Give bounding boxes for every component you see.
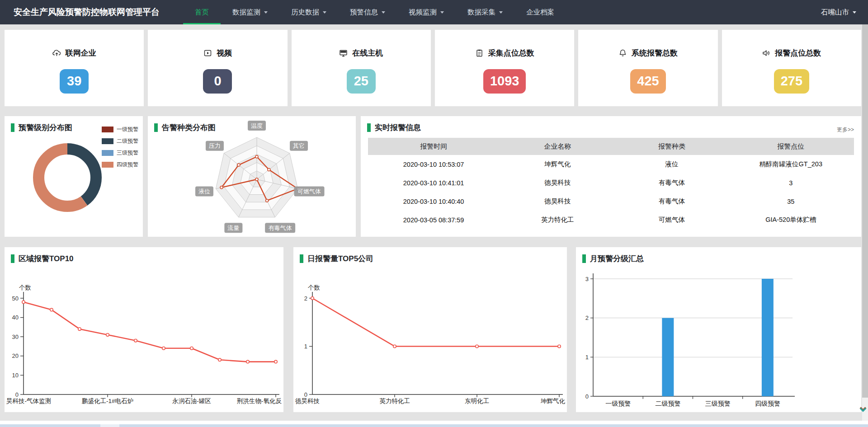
table-header-row: 报警时间企业名称报警种类报警点位 xyxy=(368,138,854,155)
stat-card-videos: 视频 0 xyxy=(148,30,287,106)
stat-value-badge: 425 xyxy=(630,69,665,94)
stat-label: 报警点位总数 xyxy=(775,48,821,58)
svg-text:0: 0 xyxy=(15,391,19,398)
region-selector[interactable]: 石嘴山市 xyxy=(821,8,856,17)
app-title: 安全生产风险预警防控物联网管理平台 xyxy=(14,6,160,18)
chevron-down-icon xyxy=(323,11,326,14)
legend-swatch xyxy=(102,150,113,156)
chevron-down-icon xyxy=(440,11,444,14)
panel-title-label: 区域报警TOP10 xyxy=(19,253,74,264)
svg-text:30: 30 xyxy=(12,333,19,340)
svg-text:2: 2 xyxy=(304,295,307,302)
radar-axis-label: 其它 xyxy=(290,141,308,151)
daily-alarm-top5-chart: 012个数德昊科技英力特化工东明化工坤辉气化 xyxy=(293,247,567,412)
legend-item[interactable]: 一级预警 xyxy=(102,126,138,133)
svg-text:德昊科技: 德昊科技 xyxy=(295,398,320,404)
svg-text:压力: 压力 xyxy=(209,142,221,149)
svg-text:四级预警: 四级预警 xyxy=(755,400,780,407)
stat-value-badge: 1093 xyxy=(483,69,526,94)
nav-item-label: 企业档案 xyxy=(526,8,554,17)
monthly-warning-panel: 月预警分级汇总 0123一级预警二级预警三级预警四级预警 xyxy=(576,247,861,412)
table-cell: 可燃气体 xyxy=(616,216,727,224)
stat-value-badge: 25 xyxy=(347,69,376,94)
stat-label: 联网企业 xyxy=(66,48,96,58)
table-cell: 有毒气体 xyxy=(616,197,727,206)
table-cell: 35 xyxy=(728,198,854,205)
nav-item-label: 预警信息 xyxy=(350,8,378,17)
panel-title: 日报警量TOP5公司 xyxy=(300,253,373,264)
radar-axis-label: 可燃气体 xyxy=(294,186,325,196)
legend-label: 四级预警 xyxy=(117,161,138,169)
chevron-down-icon xyxy=(499,11,503,14)
svg-text:可燃气体: 可燃气体 xyxy=(297,188,321,195)
svg-text:其它: 其它 xyxy=(293,142,305,149)
panel-title: 实时报警信息 xyxy=(367,122,421,133)
nav-item-label: 历史数据 xyxy=(291,8,319,17)
svg-text:坤辉气化: 坤辉气化 xyxy=(540,398,566,404)
table-row: 2020-03-10 10:40:40德昊科技有毒气体35 xyxy=(368,192,854,211)
nav-item-label: 首页 xyxy=(195,8,209,17)
svg-text:鹏盛化工-1#电石炉: 鹏盛化工-1#电石炉 xyxy=(82,398,133,404)
legend-item[interactable]: 三级预警 xyxy=(102,149,138,157)
svg-text:0: 0 xyxy=(585,393,589,400)
nav-item-data-collect[interactable]: 数据采集 xyxy=(456,0,514,24)
panel-title-label: 月预警分级汇总 xyxy=(590,253,644,264)
legend-swatch xyxy=(102,138,113,144)
speaker-icon xyxy=(762,49,770,57)
table-body: 2020-03-10 10:53:07坤辉气化液位精醇南罐液位GT_203202… xyxy=(368,155,854,229)
legend-item[interactable]: 二级预警 xyxy=(102,137,138,145)
table-cell: 英力特化工 xyxy=(499,216,616,224)
monitor-icon xyxy=(339,49,348,57)
nav-item-enterprise-archive[interactable]: 企业档案 xyxy=(514,0,566,24)
title-accent-bar xyxy=(154,123,158,132)
stat-label: 在线主机 xyxy=(352,48,383,58)
nav-item-data-monitor[interactable]: 数据监测 xyxy=(221,0,279,24)
table-cell: 2020-03-10 10:53:07 xyxy=(368,161,499,168)
legend-label: 二级预警 xyxy=(117,137,138,145)
legend-label: 一级预警 xyxy=(117,126,138,133)
svg-text:有毒气体: 有毒气体 xyxy=(269,225,292,231)
svg-text:10: 10 xyxy=(12,372,19,379)
main-menu: 首页 数据监测 历史数据 预警信息 视频监测 数据采集 xyxy=(183,0,566,24)
svg-text:永润石油-罐区: 永润石油-罐区 xyxy=(172,398,211,404)
stat-value-badge: 275 xyxy=(774,69,809,94)
nav-item-video-monitor[interactable]: 视频监测 xyxy=(397,0,456,24)
scrollbar-thumb[interactable] xyxy=(862,24,868,398)
dashboard-page: 安全生产风险预警防控物联网管理平台 首页 数据监测 历史数据 预警信息 视频监测 xyxy=(0,0,868,427)
nav-item-history-data[interactable]: 历史数据 xyxy=(279,0,338,24)
monthly-warning-bar-chart: 0123一级预警二级预警三级预警四级预警 xyxy=(576,247,861,412)
svg-text:3: 3 xyxy=(585,276,589,282)
nav-item-home[interactable]: 首页 xyxy=(183,0,221,24)
region-label: 石嘴山市 xyxy=(821,8,849,17)
more-link[interactable]: 更多>> xyxy=(837,126,854,134)
panel-title: 月预警分级汇总 xyxy=(582,253,644,264)
nav-item-warning-info[interactable]: 预警信息 xyxy=(338,0,397,24)
chevron-down-icon xyxy=(382,11,385,14)
table-header-cell: 报警时间 xyxy=(368,142,499,151)
table-row: 2020-03-10 10:41:01德昊科技有毒气体3 xyxy=(368,174,854,192)
table-header-cell: 企业名称 xyxy=(499,142,616,151)
radar-axis-label: 有毒气体 xyxy=(265,223,295,233)
stat-card-online-hosts: 在线主机 25 xyxy=(292,30,431,106)
legend-swatch xyxy=(102,162,113,168)
table-cell: 2020-03-05 08:37:59 xyxy=(368,216,499,224)
svg-text:流量: 流量 xyxy=(227,225,239,231)
title-accent-bar xyxy=(300,254,303,263)
alarm-type-radar-chart: 温度其它可燃气体有毒气体流量液位压力 xyxy=(148,116,356,237)
svg-text:一级预警: 一级预警 xyxy=(605,400,631,407)
warning-level-panel: 预警级别分布图 一级预警二级预警三级预警四级预警 xyxy=(5,116,143,237)
stat-label: 系统报警总数 xyxy=(632,48,678,58)
table-cell: 2020-03-10 10:41:01 xyxy=(368,179,499,187)
realtime-alarm-table: 报警时间企业名称报警种类报警点位 2020-03-10 10:53:07坤辉气化… xyxy=(368,138,854,229)
nav-item-label: 数据采集 xyxy=(467,8,495,17)
chevron-down-icon xyxy=(264,11,268,14)
scroll-down-chevron-icon[interactable] xyxy=(859,406,868,414)
legend-label: 三级预警 xyxy=(117,149,138,157)
svg-text:液位: 液位 xyxy=(198,188,210,195)
table-cell: 德昊科技 xyxy=(499,178,616,187)
legend-item[interactable]: 四级预警 xyxy=(102,161,138,169)
panel-title: 区域报警TOP10 xyxy=(11,253,74,264)
svg-text:个数: 个数 xyxy=(19,284,31,291)
table-cell: 德昊科技 xyxy=(499,197,616,206)
panel-title: 告警种类分布图 xyxy=(154,122,216,133)
